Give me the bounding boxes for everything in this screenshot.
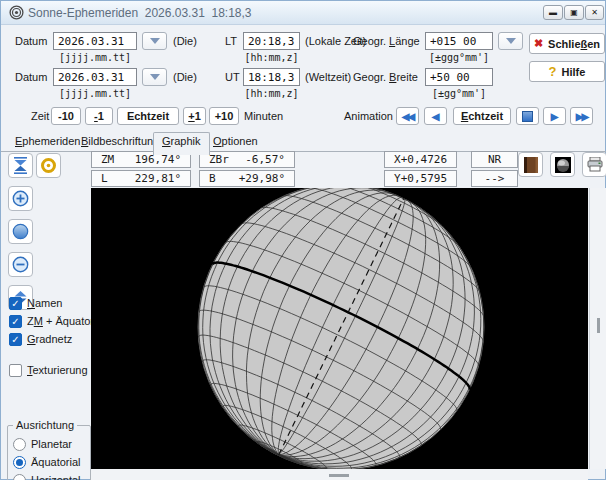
gradnetz-checkbox-box[interactable]: ✓	[9, 333, 22, 346]
anim-play-button[interactable]: ▶	[543, 107, 566, 125]
zoom-in-icon	[12, 190, 29, 207]
maximize-icon: ▣	[570, 9, 578, 17]
tab-graphik[interactable]: Graphik	[153, 132, 210, 155]
lt-label: LT	[225, 35, 237, 47]
checkbox-namen[interactable]: ✓ Namen	[9, 296, 62, 310]
date2-input[interactable]	[53, 68, 137, 86]
minimize-icon: ▬	[549, 9, 557, 17]
maximize-button[interactable]: ▣	[564, 5, 584, 20]
anim-stop-button[interactable]	[516, 107, 539, 125]
zoom-reset-icon	[12, 223, 29, 240]
checkbox-zm-aequator[interactable]: ✓ ZM + Äquator	[9, 314, 94, 328]
date2-weekday: (Die)	[173, 71, 197, 83]
radio-planetar[interactable]: Planetar	[13, 437, 72, 451]
texturierung-checkbox-box[interactable]: ✓	[9, 364, 22, 377]
nr-button[interactable]: NR	[471, 151, 518, 168]
globe-canvas[interactable]	[91, 188, 588, 469]
geo-lon-label: Geogr. Länge	[353, 35, 420, 47]
zm-aequator-checkbox-box[interactable]: ✓	[9, 315, 22, 328]
geo-lon-format: [±ggg°mm']	[425, 52, 493, 63]
aequatorial-radio-circle[interactable]	[13, 456, 26, 469]
date1-format: [jjjj.mm.tt]	[53, 52, 137, 63]
anim-realtime-button[interactable]: Echtzeit	[453, 107, 511, 125]
vertical-scrollbar[interactable]	[589, 188, 606, 469]
readout-l: L229,81°	[91, 170, 191, 187]
goto-button[interactable]: -->	[471, 170, 518, 187]
plus-1-button[interactable]: +1	[183, 107, 206, 125]
zoom-out-button[interactable]	[8, 252, 33, 277]
minus-10-button[interactable]: -10	[51, 107, 81, 125]
date2-format: [jjjj.mm.tt]	[53, 88, 137, 99]
geo-lon-input[interactable]	[425, 32, 493, 50]
planet-icon	[555, 157, 571, 173]
zoom-fit-button[interactable]	[8, 153, 33, 178]
vertical-scrollbar-thumb[interactable]	[597, 318, 600, 333]
horizontal-scrollbar[interactable]	[91, 469, 588, 480]
checkbox-texturierung[interactable]: ✓ Texturierung	[9, 363, 88, 377]
date1-input[interactable]	[53, 32, 137, 50]
gradnetz-label: Gradnetz	[27, 333, 72, 345]
step-back-icon: ◀	[432, 111, 440, 122]
close-x-icon: ✖	[534, 37, 543, 50]
anim-back-button[interactable]: ◀	[424, 107, 447, 125]
tab-ephemeriden[interactable]: Ephemeriden	[11, 135, 84, 151]
zoom-in-button[interactable]	[8, 186, 33, 211]
help-button[interactable]: ? Hilfe	[529, 61, 605, 82]
horizontal-scrollbar-thumb[interactable]	[329, 474, 349, 477]
planet-view-button[interactable]	[550, 152, 575, 177]
planetar-radio-circle[interactable]	[13, 438, 26, 451]
checkbox-gradnetz[interactable]: ✓ Gradnetz	[9, 332, 72, 346]
date2-dropdown[interactable]	[142, 68, 167, 86]
radio-aequatorial[interactable]: Äquatorial	[13, 455, 81, 469]
minutes-label: Minuten	[244, 110, 283, 122]
date1-label: Datum	[15, 35, 47, 47]
ut-caption: (Weltzeit)	[305, 71, 351, 83]
namen-label: Namen	[27, 297, 62, 309]
printer-icon	[587, 157, 603, 172]
app-icon	[9, 5, 24, 20]
texture-icon	[524, 157, 538, 173]
play-icon: ▶	[551, 111, 559, 122]
ut-format: [hh:mm,z]	[243, 88, 300, 99]
plus-10-button[interactable]: +10	[209, 107, 239, 125]
minus-1-button[interactable]: -1	[85, 107, 113, 125]
tab-bildbeschriftung[interactable]: Bildbeschriftung	[77, 135, 163, 151]
stop-icon	[522, 111, 533, 122]
anim-rewind-button[interactable]: ◀◀	[396, 107, 419, 125]
sun-button[interactable]	[36, 153, 61, 178]
animation-label: Animation	[344, 110, 393, 122]
geo-lat-format: [±gg°mm']	[425, 88, 493, 99]
zm-aequator-label: ZM + Äquator	[27, 315, 94, 327]
texturierung-label: Texturierung	[27, 364, 88, 376]
window-title: Sonne-Ephemeriden 2026.03.31 18:18,3	[28, 6, 252, 20]
horizontal-radio-circle[interactable]	[13, 474, 26, 480]
namen-checkbox-box[interactable]: ✓	[9, 297, 22, 310]
lt-format: [hh:mm,z]	[243, 52, 300, 63]
realtime-button[interactable]: Echtzeit	[117, 107, 179, 125]
zoom-reset-button[interactable]	[8, 219, 33, 244]
close-button[interactable]: ✖ Schließen	[529, 33, 605, 54]
tab-optionen[interactable]: Optionen	[209, 135, 262, 151]
readout-b: B+29,98°	[199, 170, 295, 187]
planetar-label: Planetar	[31, 438, 72, 450]
lt-input[interactable]	[243, 32, 300, 50]
geo-lon-dropdown[interactable]	[498, 32, 523, 50]
ut-input[interactable]	[243, 68, 300, 86]
ut-label: UT	[225, 71, 240, 83]
minimize-button[interactable]: ▬	[543, 5, 563, 20]
print-button[interactable]	[582, 152, 606, 177]
date1-dropdown[interactable]	[142, 32, 167, 50]
geo-lat-input[interactable]	[425, 68, 493, 86]
readout-zbr: ZBr-6,57°	[199, 151, 295, 168]
orientation-groupbox	[7, 425, 91, 480]
orientation-label: Ausrichtung	[13, 419, 77, 431]
anim-forward-button[interactable]: ▶▶	[570, 107, 593, 125]
radio-horizontal[interactable]: Horizontal	[13, 473, 81, 480]
texture-button[interactable]	[518, 152, 543, 177]
close-window-button[interactable]: ✕	[585, 5, 604, 20]
app-window: Sonne-Ephemeriden 2026.03.31 18:18,3 ▬ ▣…	[0, 0, 606, 480]
close-button-label: Schließen	[548, 38, 600, 50]
sun-icon	[40, 157, 57, 174]
time-step-label: Zeit	[31, 110, 49, 122]
date2-label: Datum	[15, 71, 47, 83]
